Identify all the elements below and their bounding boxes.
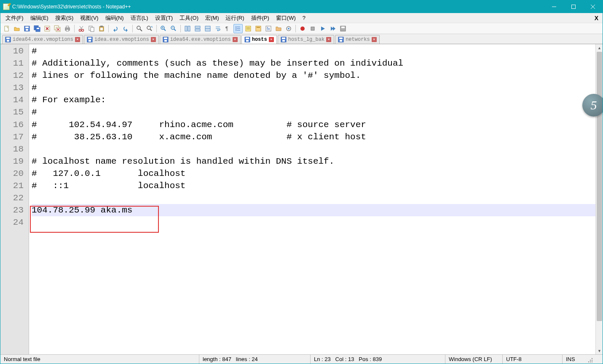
tab-close-icon[interactable]: ✕ xyxy=(75,37,80,42)
code-line[interactable] xyxy=(32,216,603,228)
line-number[interactable]: 21 xyxy=(0,180,24,192)
line-number[interactable]: 22 xyxy=(0,192,24,204)
line-number[interactable]: 12 xyxy=(0,69,24,82)
menu-settings[interactable]: 设置(T) xyxy=(152,13,177,23)
line-number[interactable]: 17 xyxy=(0,131,24,143)
code-line[interactable]: # lines or following the machine name de… xyxy=(32,69,603,82)
menu-window[interactable]: 窗口(W) xyxy=(273,13,299,23)
file-tab[interactable]: idea.exe.vmoptions✕ xyxy=(84,35,159,44)
show-all-chars-icon[interactable]: ¶ xyxy=(223,24,233,33)
status-eol[interactable]: Windows (CR LF) xyxy=(445,355,503,364)
tab-close-icon[interactable]: ✕ xyxy=(326,37,331,42)
title-bar[interactable]: C:\Windows\System32\drivers\etc\hosts - … xyxy=(0,0,603,13)
new-file-icon[interactable] xyxy=(2,24,11,33)
code-line[interactable] xyxy=(32,143,603,155)
tab-close-icon[interactable]: ✕ xyxy=(269,37,274,42)
code-line[interactable] xyxy=(32,192,603,204)
minimize-button[interactable] xyxy=(544,0,564,13)
menu-search[interactable]: 搜索(S) xyxy=(52,13,77,23)
redo-icon[interactable] xyxy=(121,24,130,33)
menubar-close-icon[interactable]: X xyxy=(593,15,600,21)
code-line[interactable]: # 102.54.94.97 rhino.acme.com # source s… xyxy=(32,119,603,131)
menu-language[interactable]: 语言(L) xyxy=(127,13,152,23)
tab-close-icon[interactable]: ✕ xyxy=(151,37,156,42)
menu-view[interactable]: 视图(V) xyxy=(77,13,102,23)
menu-help[interactable]: ? xyxy=(299,13,309,22)
menu-file[interactable]: 文件(F) xyxy=(2,13,27,23)
undo-icon[interactable] xyxy=(111,24,120,33)
code-line[interactable]: # xyxy=(32,82,603,94)
close-file-icon[interactable] xyxy=(43,24,52,33)
line-number[interactable]: 18 xyxy=(0,143,24,155)
zoom-out-icon[interactable] xyxy=(169,24,178,33)
tab-close-icon[interactable]: ✕ xyxy=(372,37,377,42)
file-tab[interactable]: networks✕ xyxy=(335,35,380,44)
vertical-scrollbar[interactable]: ▲ ▼ xyxy=(595,44,603,354)
menu-edit[interactable]: 编辑(E) xyxy=(27,13,52,23)
code-line[interactable]: # 38.25.63.10 x.acme.com # x client host xyxy=(32,131,603,143)
line-gutter[interactable]: 101112131415161718192021222324 xyxy=(0,44,29,354)
status-ins[interactable]: INS xyxy=(563,355,586,364)
save-all-icon[interactable] xyxy=(32,24,42,33)
status-encoding[interactable]: UTF-8 xyxy=(503,355,563,364)
menu-run[interactable]: 运行(R) xyxy=(222,13,247,23)
line-number[interactable]: 24 xyxy=(0,216,24,228)
scroll-thumb[interactable] xyxy=(597,52,602,321)
code-line[interactable]: # For example: xyxy=(32,94,603,106)
print-icon[interactable] xyxy=(63,24,72,33)
line-number[interactable]: 16 xyxy=(0,119,24,131)
resize-grip[interactable] xyxy=(586,355,594,364)
indent-guide-icon[interactable] xyxy=(233,24,243,33)
replace-icon[interactable] xyxy=(145,24,154,33)
copy-icon[interactable] xyxy=(87,24,96,33)
paste-icon[interactable] xyxy=(97,24,106,33)
line-number[interactable]: 13 xyxy=(0,82,24,94)
zoom-in-icon[interactable] xyxy=(159,24,168,33)
open-file-icon[interactable] xyxy=(12,24,21,33)
line-number[interactable]: 15 xyxy=(0,106,24,118)
play-macro-icon[interactable] xyxy=(318,24,327,33)
code-line[interactable]: # xyxy=(32,45,603,57)
file-tab[interactable]: hosts_lg_bak✕ xyxy=(278,35,334,44)
file-tab[interactable]: hosts✕ xyxy=(241,35,277,44)
file-tab[interactable]: idea64.exe.vmoptions✕ xyxy=(160,35,241,44)
scroll-up-arrow-icon[interactable]: ▲ xyxy=(596,44,603,51)
file-tab[interactable]: idea64.exe.vmoptions✕ xyxy=(2,35,83,44)
menu-plugins[interactable]: 插件(P) xyxy=(248,13,273,23)
maximize-button[interactable] xyxy=(564,0,583,13)
scroll-down-arrow-icon[interactable]: ▼ xyxy=(596,347,603,354)
save-icon[interactable] xyxy=(22,24,32,33)
code-line[interactable]: # localhost name resolution is handled w… xyxy=(32,155,603,167)
line-number[interactable]: 23 xyxy=(0,204,24,216)
record-macro-icon[interactable] xyxy=(298,24,307,33)
sync-scroll-icon[interactable] xyxy=(203,24,212,33)
menu-tools[interactable]: 工具(O) xyxy=(176,13,202,23)
code-line[interactable]: # xyxy=(32,106,603,118)
code-area[interactable]: ## Additionally, comments (such as these… xyxy=(29,44,603,354)
wrap-icon[interactable] xyxy=(213,24,222,33)
save-macro-icon[interactable] xyxy=(338,24,348,33)
code-line[interactable]: # ::1 localhost xyxy=(32,180,603,192)
code-line[interactable]: # Additionally, comments (such as these)… xyxy=(32,57,603,69)
menu-encoding[interactable]: 编码(N) xyxy=(102,13,127,23)
line-number[interactable]: 19 xyxy=(0,155,24,167)
tab-close-icon[interactable]: ✕ xyxy=(233,37,238,42)
menu-macro[interactable]: 宏(M) xyxy=(202,13,222,23)
code-line[interactable]: 104.78.25.99 aka.ms xyxy=(32,204,603,216)
play-multi-icon[interactable] xyxy=(328,24,338,33)
close-button[interactable] xyxy=(583,0,603,13)
find-icon[interactable] xyxy=(135,24,144,33)
func-list-icon[interactable]: fx xyxy=(264,24,273,33)
code-line[interactable]: # 127.0.0.1 localhost xyxy=(32,167,603,180)
doc-map-icon[interactable] xyxy=(254,24,263,33)
line-number[interactable]: 14 xyxy=(0,94,24,106)
close-all-icon[interactable] xyxy=(53,24,62,33)
line-number[interactable]: 20 xyxy=(0,167,24,180)
folder-view-icon[interactable] xyxy=(274,24,283,33)
line-number[interactable]: 10 xyxy=(0,45,24,57)
stop-macro-icon[interactable] xyxy=(308,24,317,33)
cut-icon[interactable] xyxy=(77,24,86,33)
sync-v-icon[interactable] xyxy=(183,24,192,33)
monitor-icon[interactable] xyxy=(284,24,293,33)
sync-h-icon[interactable] xyxy=(193,24,202,33)
